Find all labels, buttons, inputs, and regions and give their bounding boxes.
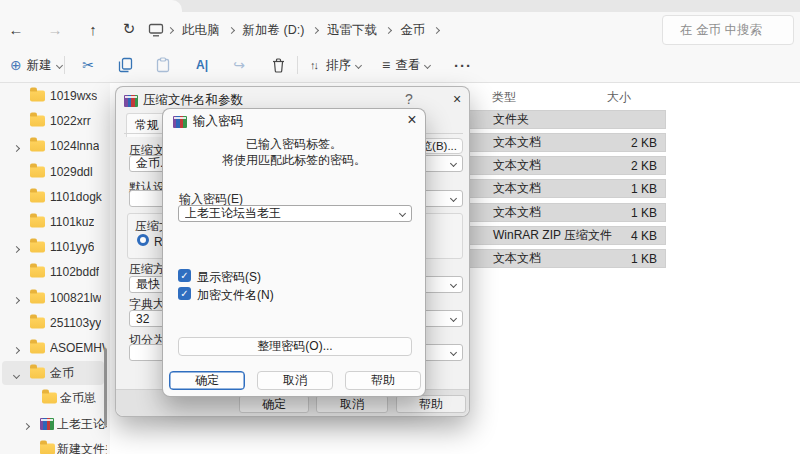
show-password-checkbox[interactable]: ✓: [178, 269, 191, 282]
password-info-line1: 已输入密码标签。: [163, 136, 425, 153]
help-icon[interactable]: ?: [400, 91, 418, 107]
this-pc-icon: [148, 23, 164, 37]
copy-button[interactable]: [113, 53, 137, 77]
ok-button[interactable]: 确定: [239, 395, 309, 413]
view-button-label: 查看: [395, 57, 420, 74]
chevron-down-icon: [424, 61, 431, 68]
delete-button[interactable]: [266, 53, 290, 77]
breadcrumb-this-pc[interactable]: 此电脑: [173, 22, 229, 39]
winrar-icon: [40, 418, 54, 430]
format-radio-rar[interactable]: [137, 234, 149, 246]
share-button[interactable]: ↪: [227, 53, 251, 77]
chevron-down-icon: [450, 315, 457, 322]
forward-icon[interactable]: →: [41, 15, 69, 43]
sidebar-item-current-folder[interactable]: 金币: [2, 361, 104, 385]
search-input[interactable]: 在 金币 中搜索: [662, 15, 794, 45]
chevron-right-icon[interactable]: [13, 246, 20, 253]
paste-icon: [156, 57, 170, 73]
navigation-bar: ← → ↑ ↻ 此电脑 新加卷 (D:) 迅雷下载 金币 在 金币 中搜索: [0, 12, 800, 48]
folder-icon: [30, 368, 45, 379]
cut-button[interactable]: ✂: [76, 53, 100, 77]
chevron-down-icon: [450, 160, 457, 167]
chevron-down-icon: [56, 61, 63, 68]
winrar-icon: [124, 95, 138, 107]
window-tab-strip: [0, 0, 800, 12]
help-button[interactable]: 帮助: [396, 395, 466, 413]
new-button[interactable]: ⊕ 新建: [6, 53, 66, 77]
new-button-label: 新建: [27, 57, 52, 74]
more-button[interactable]: ···: [451, 53, 475, 77]
toolbar-divider: [64, 56, 65, 74]
breadcrumb-thunder-download[interactable]: 迅雷下载: [318, 22, 386, 39]
up-icon[interactable]: ↑: [79, 15, 107, 43]
sidebar-item[interactable]: 100821lw: [2, 286, 104, 310]
chevron-down-icon: [450, 349, 457, 356]
sidebar-item[interactable]: 251103yy: [2, 311, 104, 335]
sidebar-item[interactable]: 1022xrr: [2, 109, 104, 133]
chevron-down-icon: [450, 195, 457, 202]
folder-icon: [30, 91, 45, 102]
breadcrumb: 此电脑 新加卷 (D:) 迅雷下载 金币: [148, 16, 439, 44]
rename-icon: A|: [196, 58, 208, 72]
breadcrumb-drive-d[interactable]: 新加卷 (D:): [234, 22, 314, 39]
copy-icon: [118, 57, 133, 73]
column-header-type[interactable]: 类型: [492, 89, 516, 106]
ok-button[interactable]: 确定: [169, 371, 245, 390]
refresh-icon[interactable]: ↻: [115, 15, 143, 43]
chevron-right-icon[interactable]: [13, 347, 20, 354]
close-icon[interactable]: ×: [403, 112, 421, 128]
trash-icon: [272, 58, 285, 73]
sidebar-item[interactable]: 上老王论坛: [2, 412, 104, 436]
chevron-down-icon: [355, 61, 362, 68]
sidebar-item[interactable]: 1102bddf: [2, 260, 104, 284]
back-icon[interactable]: ←: [2, 15, 30, 43]
folder-icon: [30, 217, 45, 228]
share-icon: ↪: [233, 57, 245, 73]
chevron-down-icon[interactable]: [13, 372, 20, 379]
sidebar-item[interactable]: 新建文件夹: [2, 437, 104, 454]
close-icon[interactable]: ×: [448, 91, 466, 107]
sort-button[interactable]: ↑↓ 排序: [306, 53, 365, 77]
cancel-button[interactable]: 取消: [316, 395, 388, 413]
paste-button[interactable]: [151, 53, 175, 77]
breadcrumb-current-folder[interactable]: 金币: [391, 22, 434, 39]
check-icon: ✓: [180, 270, 188, 281]
chevron-down-icon: [399, 210, 406, 217]
sidebar-item[interactable]: ASOEMHW: [2, 336, 104, 360]
sidebar-item[interactable]: 1024lnna: [2, 134, 104, 158]
encrypt-names-label: 加密文件名(N): [197, 287, 274, 304]
organize-passwords-button[interactable]: 整理密码(O)...: [178, 337, 412, 356]
encrypt-names-checkbox[interactable]: ✓: [178, 287, 191, 300]
help-button[interactable]: 帮助: [345, 371, 421, 390]
cut-icon: ✂: [82, 57, 94, 73]
plus-circle-icon: ⊕: [10, 57, 22, 73]
folder-icon: [30, 167, 45, 178]
sidebar-item[interactable]: 金币崽: [2, 386, 104, 410]
sidebar-item[interactable]: 1029ddl: [2, 160, 104, 184]
view-button[interactable]: ≡ 查看: [378, 53, 434, 77]
command-toolbar: ⊕ 新建 ✂ A| ↪ ↑↓ 排序 ≡ 查看 ···: [0, 48, 800, 83]
rename-button[interactable]: A|: [190, 53, 214, 77]
folder-icon: [30, 267, 45, 278]
sidebar-item[interactable]: 1101yy6: [2, 235, 104, 259]
explorer-active-tab[interactable]: [0, 0, 182, 12]
sidebar-item[interactable]: 1101dogk: [2, 185, 104, 209]
column-header-size[interactable]: 大小: [607, 89, 631, 106]
view-icon: ≡: [382, 57, 390, 73]
cancel-button[interactable]: 取消: [257, 371, 333, 390]
password-combobox[interactable]: 上老王论坛当老王: [178, 205, 412, 222]
password-dialog-title: 输入密码: [193, 113, 243, 130]
chevron-right-icon[interactable]: [13, 297, 20, 304]
folder-icon: [30, 116, 45, 127]
search-placeholder: 在 金币 中搜索: [680, 22, 762, 39]
show-password-label: 显示密码(S): [197, 269, 261, 286]
folder-icon: [30, 141, 45, 152]
sidebar-item[interactable]: 1019wxs: [2, 84, 104, 108]
sidebar-scrollbar[interactable]: [104, 348, 107, 426]
password-info-line2: 将使用匹配此标签的密码。: [163, 152, 425, 169]
chevron-down-icon: [450, 281, 457, 288]
sidebar-item[interactable]: 1101kuz: [2, 210, 104, 234]
folder-icon: [30, 192, 45, 203]
chevron-right-icon[interactable]: [23, 423, 30, 430]
chevron-right-icon[interactable]: [13, 145, 20, 152]
